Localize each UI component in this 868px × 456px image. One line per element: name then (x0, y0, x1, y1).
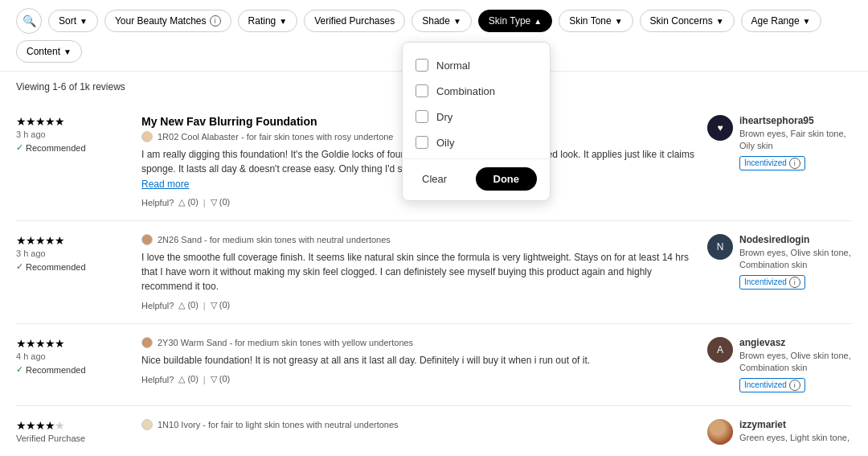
helpful-row: Helpful? △ (0) | ▽ (0) (141, 374, 694, 384)
helpful-row: Helpful? △ (0) | ▽ (0) (141, 300, 694, 310)
star-rating: ★★★★★ (16, 234, 129, 247)
content-chevron-icon: ▼ (63, 47, 72, 56)
reviewer-name: iheartsephora95 (739, 115, 852, 126)
table-row: ★★★★★ Verified Purchase 1N10 Ivory - for… (16, 406, 852, 448)
skin-type-dropdown: Normal Combination Dry Oily Clear Done (402, 42, 551, 201)
avatar: A (707, 337, 733, 363)
shade-chevron-icon: ▼ (453, 17, 461, 26)
helpful-down-button[interactable]: ▽ (0) (211, 197, 231, 207)
helpful-up-button[interactable]: △ (0) (178, 300, 199, 310)
incentivized-badge: Incentivized i (739, 156, 805, 170)
review-meta: ★★★★★ Verified Purchase (16, 419, 129, 445)
review-text: I love the smoothe full coverage finish.… (141, 250, 694, 294)
reviewer-details: Brown eyes, Olive skin tone, Combination… (739, 247, 852, 272)
sort-label: Sort (59, 15, 76, 27)
reviewer-info: izzymariet Green eyes, Light skin tone, (707, 419, 852, 445)
dropdown-option-oily[interactable]: Oily (403, 129, 550, 155)
sort-button[interactable]: Sort ▼ (48, 10, 98, 32)
shade-swatch (141, 234, 153, 245)
divider: | (203, 198, 206, 207)
content-button[interactable]: Content ▼ (16, 40, 82, 63)
skin-concerns-label: Skin Concerns (650, 15, 713, 27)
check-icon: ✓ (16, 364, 23, 375)
beauty-matches-button[interactable]: Your Beauty Matches i (104, 10, 231, 32)
page-wrapper: 🔍 Sort ▼ Your Beauty Matches i Rating ▼ … (0, 0, 868, 456)
dropdown-option-combination[interactable]: Combination (403, 78, 550, 104)
verified-button[interactable]: Verified Purchases (304, 10, 405, 32)
verified-label: Verified Purchases (314, 15, 395, 27)
reviewer-info: N Nodesiredlogin Brown eyes, Olive skin … (707, 234, 852, 310)
reviewer-name: Nodesiredlogin (739, 234, 852, 245)
reviewer-profile: ♥ iheartsephora95 Brown eyes, Fair skin … (707, 115, 852, 170)
time-ago: 3 h ago (16, 129, 129, 139)
avatar: N (707, 234, 733, 260)
skin-type-button[interactable]: Skin Type ▲ (478, 10, 552, 32)
incentivized-info-icon: i (789, 277, 800, 288)
check-icon: ✓ (16, 261, 23, 272)
skin-tone-button[interactable]: Skin Tone ▼ (559, 10, 633, 32)
rating-button[interactable]: Rating ▼ (238, 10, 298, 32)
reviewer-name: angievasz (739, 337, 852, 348)
review-meta: ★★★★★ 3 h ago ✓ Recommended (16, 115, 129, 207)
read-more-link[interactable]: Read more (141, 179, 189, 190)
helpful-up-button[interactable]: △ (0) (178, 374, 199, 384)
reviewer-details: Green eyes, Light skin tone, (739, 432, 850, 444)
dropdown-option-dry[interactable]: Dry (403, 104, 550, 129)
option-label-normal: Normal (436, 60, 470, 72)
rating-label: Rating (248, 15, 276, 27)
search-icon: 🔍 (23, 14, 36, 27)
checkbox-combination[interactable] (416, 84, 428, 97)
helpful-label: Helpful? (141, 301, 174, 310)
time-ago: 4 h ago (16, 351, 129, 361)
dropdown-option-normal[interactable]: Normal (403, 52, 550, 78)
checkbox-normal[interactable] (416, 59, 428, 72)
review-content: 2Y30 Warm Sand - for medium skin tones w… (141, 337, 694, 392)
shade-button[interactable]: Shade ▼ (411, 10, 472, 32)
checkbox-dry[interactable] (416, 110, 428, 123)
recommended-badge: ✓ Recommended (16, 142, 129, 153)
check-icon: ✓ (16, 142, 23, 153)
table-row: ★★★★★ 4 h ago ✓ Recommended 2Y30 Warm Sa… (16, 324, 852, 406)
dropdown-actions: Clear Done (403, 158, 550, 191)
search-button[interactable]: 🔍 (16, 8, 42, 34)
shade-swatch (141, 337, 153, 348)
option-label-dry: Dry (436, 111, 452, 123)
incentivized-info-icon: i (789, 158, 800, 169)
divider: | (203, 375, 206, 384)
reviewer-details: Brown eyes, Olive skin tone, Combination… (739, 350, 852, 375)
helpful-label: Helpful? (141, 375, 174, 384)
review-meta: ★★★★★ 4 h ago ✓ Recommended (16, 337, 129, 392)
clear-button[interactable]: Clear (416, 168, 453, 190)
reviewer-profile: izzymariet Green eyes, Light skin tone, (707, 419, 852, 445)
reviewer-info: A angievasz Brown eyes, Olive skin tone,… (707, 337, 852, 392)
reviewer-profile: N Nodesiredlogin Brown eyes, Olive skin … (707, 234, 852, 290)
shade-text: 2Y30 Warm Sand - for medium skin tones w… (158, 338, 413, 347)
shade-swatch (141, 419, 153, 430)
skin-type-label: Skin Type (489, 15, 530, 27)
helpful-up-button[interactable]: △ (0) (178, 197, 199, 207)
time-ago: 3 h ago (16, 249, 129, 258)
review-text: Nice buildable foundation! It is not gre… (141, 353, 694, 368)
rating-chevron-icon: ▼ (279, 17, 287, 26)
shade-swatch (141, 131, 153, 142)
skin-tone-label: Skin Tone (569, 15, 611, 27)
review-content: 2N26 Sand - for medium skin tones with n… (141, 234, 694, 310)
helpful-down-button[interactable]: ▽ (0) (211, 300, 231, 310)
checkbox-oily[interactable] (416, 136, 428, 149)
skin-concerns-button[interactable]: Skin Concerns ▼ (640, 10, 735, 32)
beauty-matches-label: Your Beauty Matches (115, 15, 207, 27)
done-button[interactable]: Done (476, 167, 538, 191)
incentivized-badge: Incentivized i (739, 275, 805, 290)
reviewer-profile: A angievasz Brown eyes, Olive skin tone,… (707, 337, 852, 392)
review-meta: ★★★★★ 3 h ago ✓ Recommended (16, 234, 129, 310)
skin-tone-chevron-icon: ▼ (615, 17, 623, 26)
shade-text: 1R02 Cool Alabaster - for fair skin tone… (158, 132, 393, 142)
star-rating: ★★★★★ (16, 419, 129, 432)
verified-purchase: Verified Purchase (16, 433, 129, 443)
age-range-button[interactable]: Age Range ▼ (741, 10, 821, 32)
skin-type-chevron-icon: ▲ (534, 17, 542, 26)
helpful-down-button[interactable]: ▽ (0) (211, 374, 231, 384)
shade-info: 2N26 Sand - for medium skin tones with n… (141, 234, 694, 245)
option-label-oily: Oily (436, 137, 454, 149)
shade-text: 1N10 Ivory - for fair to light skin tone… (158, 420, 399, 429)
